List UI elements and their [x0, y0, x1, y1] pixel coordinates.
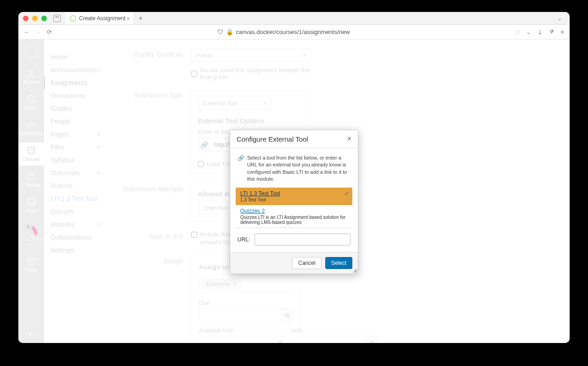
forward-button[interactable]: → — [35, 29, 41, 35]
tool-list: LTI 1.3 Test Tool 1.3 Test Tool ⤢ Quizze… — [236, 188, 352, 228]
resize-handle[interactable] — [352, 268, 357, 273]
url-bar: ← → ⟳ 🛡 🔒 canvas.docker/courses/1/assign… — [18, 25, 570, 40]
browser-window: Create Assignment × + ⌄ ← → ⟳ 🛡 🔒 canvas… — [18, 12, 570, 343]
modal-url-input[interactable] — [254, 234, 351, 246]
tool-name: Quizzes 2 — [240, 208, 348, 214]
cancel-button[interactable]: Cancel — [292, 257, 321, 269]
downloads-icon[interactable]: ⤓ — [537, 29, 543, 35]
tool-desc: Quizzes LTI is an LTI Assignment based s… — [240, 215, 348, 225]
close-window-button[interactable] — [23, 16, 28, 21]
modal-url-label: URL: — [237, 236, 250, 243]
reload-button[interactable]: ⟳ — [47, 29, 52, 35]
address-field[interactable]: 🛡 🔒 canvas.docker/courses/1/assignments/… — [57, 29, 509, 35]
menu-icon[interactable]: ≡ — [560, 29, 564, 35]
tool-item-quizzes2[interactable]: Quizzes 2 Quizzes LTI is an LTI Assignme… — [236, 205, 352, 228]
browser-tab[interactable]: Create Assignment × — [65, 12, 134, 24]
tab-overflow-icon[interactable]: ⌄ — [557, 15, 565, 22]
configure-external-tool-modal: Configure External Tool × 🔗 Select a too… — [230, 130, 358, 274]
shield-icon: 🛡 — [217, 29, 223, 35]
titlebar: Create Assignment × + ⌄ — [18, 12, 570, 25]
expand-icon[interactable]: ⤢ — [345, 190, 349, 196]
tool-item-lti13[interactable]: LTI 1.3 Test Tool 1.3 Test Tool ⤢ — [236, 188, 352, 205]
extensions-icon[interactable]: ⧩ — [549, 29, 554, 36]
maximize-window-button[interactable] — [41, 16, 47, 21]
link-icon: 🔗 — [237, 154, 244, 183]
sidebar-toggle-icon[interactable] — [53, 15, 61, 22]
lock-icon: 🔒 — [226, 29, 233, 35]
tool-name: LTI 1.3 Test Tool — [240, 190, 348, 197]
modal-title: Configure External Tool — [237, 135, 308, 143]
minimize-window-button[interactable] — [32, 16, 38, 21]
select-button[interactable]: Select — [325, 257, 352, 269]
close-tab-icon[interactable]: × — [126, 15, 130, 22]
back-button[interactable]: ← — [24, 29, 30, 35]
bookmark-star-icon[interactable]: ☆ — [515, 29, 520, 35]
app-body: Account Admin Dashboard Courses Calendar… — [18, 40, 570, 343]
url-text: canvas.docker/courses/1/assignments/new — [236, 29, 350, 35]
pocket-icon[interactable]: ⌄ — [526, 29, 531, 35]
modal-hint: Select a tool from the list below, or en… — [247, 154, 351, 183]
tab-title: Create Assignment — [79, 15, 125, 22]
window-controls — [23, 16, 47, 21]
new-tab-button[interactable]: + — [134, 14, 147, 23]
canvas-favicon-icon — [70, 15, 76, 22]
close-icon[interactable]: × — [347, 135, 351, 143]
tool-desc: 1.3 Test Tool — [240, 197, 348, 202]
